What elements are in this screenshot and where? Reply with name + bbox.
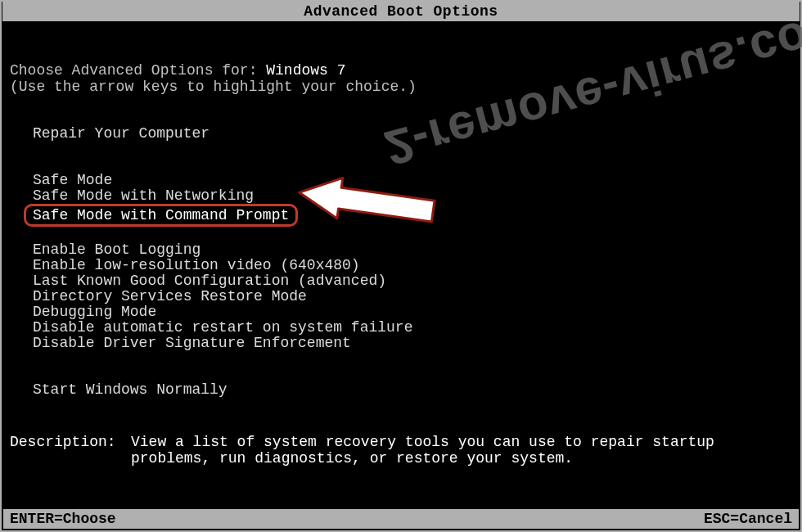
choose-options-line: Choose Advanced Options for: Windows 7	[10, 62, 792, 79]
footer-bar: ENTER=Choose ESC=Cancel	[3, 509, 799, 529]
menu-item-last-known-good[interactable]: Last Known Good Configuration (advanced)	[33, 273, 386, 289]
footer-esc: ESC=Cancel	[704, 509, 792, 529]
choose-options-prefix: Choose Advanced Options for:	[10, 62, 266, 79]
arrow-keys-hint: (Use the arrow keys to highlight your ch…	[10, 79, 792, 95]
selected-highlight: Safe Mode with Command Prompt	[24, 204, 298, 227]
menu-item-low-res[interactable]: Enable low-resolution video (640x480)	[33, 258, 360, 273]
menu-item-debug[interactable]: Debugging Mode	[33, 304, 156, 320]
menu-item-boot-logging[interactable]: Enable Boot Logging	[33, 242, 200, 258]
menu-item-safe-mode-net[interactable]: Safe Mode with Networking	[33, 188, 254, 204]
boot-options-screen: Advanced Boot Options Choose Advanced Op…	[0, 0, 802, 532]
menu-item-safe-mode-cmd[interactable]: Safe Mode with Command Prompt	[33, 208, 289, 223]
description-block: Description: View a list of system recov…	[10, 434, 792, 467]
menu-item-disable-auto-restart[interactable]: Disable automatic restart on system fail…	[33, 320, 412, 336]
menu-item-repair[interactable]: Repair Your Computer	[33, 126, 210, 142]
menu-item-dsrm[interactable]: Directory Services Restore Mode	[33, 289, 307, 304]
boot-menu[interactable]: Repair Your Computer Safe Mode Safe Mode…	[33, 126, 792, 398]
menu-item-start-normally[interactable]: Start Windows Normally	[33, 382, 228, 398]
menu-item-safe-mode[interactable]: Safe Mode	[33, 173, 112, 188]
description-text: View a list of system recovery tools you…	[131, 434, 792, 467]
window-title: Advanced Boot Options	[2, 2, 800, 21]
footer-enter: ENTER=Choose	[10, 509, 116, 529]
menu-item-disable-sig-enf[interactable]: Disable Driver Signature Enforcement	[33, 336, 351, 351]
os-name: Windows 7	[266, 62, 345, 79]
description-label: Description:	[10, 434, 131, 467]
